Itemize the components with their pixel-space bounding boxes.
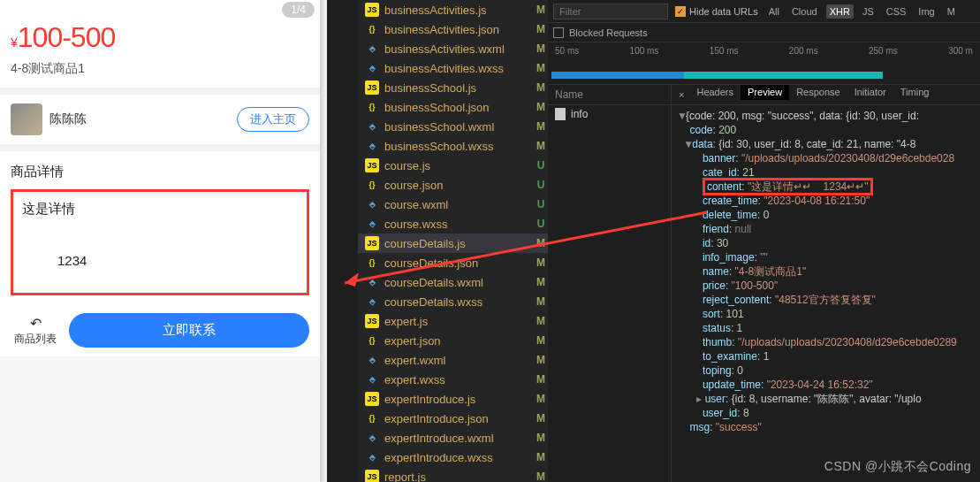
request-name: info <box>571 108 588 120</box>
filter-tab-css[interactable]: CSS <box>883 4 910 19</box>
file-status: M <box>534 354 548 366</box>
file-item[interactable]: ⬘expert.wxmlM <box>358 350 548 370</box>
json-file-icon: {} <box>365 256 379 270</box>
filter-tab-m[interactable]: M <box>944 4 959 19</box>
file-status: M <box>534 4 548 16</box>
file-item[interactable]: ⬘expert.wxssM <box>358 370 548 389</box>
back-to-list-button[interactable]: ↶ 商品列表 <box>11 315 60 347</box>
wxss-file-icon: ⬘ <box>365 139 379 153</box>
file-explorer[interactable]: JSbusinessActivities.jsM{}businessActivi… <box>358 0 548 482</box>
file-status: M <box>534 23 548 35</box>
file-name: businessActivities.wxss <box>384 62 534 75</box>
filter-tab-xhr[interactable]: XHR <box>826 4 854 19</box>
enter-homepage-button[interactable]: 进入主页 <box>237 107 309 132</box>
request-detail-column: × HeadersPreviewResponseInitiatorTiming … <box>672 85 980 482</box>
file-item[interactable]: JSexpert.jsM <box>358 311 548 331</box>
file-status: M <box>534 373 548 386</box>
seller-row: 陈陈陈 进入主页 <box>0 95 320 144</box>
file-name: businessSchool.js <box>384 81 534 95</box>
js-file-icon: JS <box>365 3 379 17</box>
file-item[interactable]: ⬘course.wxssU <box>358 214 548 233</box>
hide-data-urls-checkbox[interactable]: ✓ Hide data URLs <box>675 6 758 17</box>
wxml-file-icon: ⬘ <box>365 42 379 56</box>
devtools-panel: ✓ Hide data URLs AllCloudXHRJSCSSImgM Bl… <box>548 0 980 482</box>
bottom-action-bar: ↶ 商品列表 立即联系 <box>0 306 320 356</box>
detail-content-box: 这是详情 1234 <box>11 189 309 295</box>
file-item[interactable]: JSbusinessActivities.jsM <box>358 0 548 19</box>
network-timeline[interactable]: 50 ms100 ms150 ms200 ms250 ms300 m <box>548 42 980 85</box>
filter-tab-cloud[interactable]: Cloud <box>788 4 821 19</box>
file-item[interactable]: {}expert.jsonM <box>358 331 548 350</box>
file-item[interactable]: ⬘businessActivities.wxmlM <box>358 39 548 58</box>
detail-tab-initiator[interactable]: Initiator <box>847 85 893 100</box>
file-item[interactable]: JScourseDetails.jsM <box>358 233 548 253</box>
detail-tab-timing[interactable]: Timing <box>893 85 937 100</box>
file-name: expert.wxss <box>384 373 534 386</box>
file-item[interactable]: {}expertIntroduce.jsonM <box>358 409 548 428</box>
filter-tab-all[interactable]: All <box>765 4 783 19</box>
hide-data-urls-label: Hide data URLs <box>689 6 758 17</box>
file-name: expertIntroduce.wxss <box>384 451 534 464</box>
file-item[interactable]: ⬘courseDetails.wxmlM <box>358 272 548 292</box>
file-status: U <box>534 159 548 172</box>
contact-button[interactable]: 立即联系 <box>69 313 309 348</box>
file-item[interactable]: JSreport.jsM <box>358 467 548 482</box>
checkbox-empty-icon[interactable] <box>553 27 564 38</box>
filter-tab-img[interactable]: Img <box>915 4 938 19</box>
file-item[interactable]: {}businessSchool.jsonM <box>358 97 548 117</box>
file-name: businessActivities.wxml <box>384 42 534 56</box>
file-item[interactable]: {}courseDetails.jsonM <box>358 253 548 272</box>
request-row[interactable]: info <box>548 105 671 123</box>
file-item[interactable]: ⬘businessSchool.wxssM <box>358 136 548 156</box>
file-item[interactable]: ⬘businessActivities.wxssM <box>358 58 548 78</box>
detail-tab-headers[interactable]: Headers <box>689 85 741 100</box>
timeline-tick: 100 ms <box>630 46 659 56</box>
file-name: expert.js <box>384 315 534 328</box>
file-name: expertIntroduce.js <box>384 393 534 406</box>
file-item[interactable]: ⬘expertIntroduce.wxmlM <box>358 428 548 448</box>
price-value: 100-500 <box>18 21 115 53</box>
file-name: courseDetails.js <box>384 237 534 250</box>
file-item[interactable]: JScourse.jsU <box>358 156 548 175</box>
file-item[interactable]: JSbusinessSchool.jsM <box>358 78 548 97</box>
file-name: businessActivities.js <box>384 4 534 17</box>
json-file-icon: {} <box>365 22 379 36</box>
timeline-tick: 200 ms <box>789 46 818 56</box>
detail-heading: 商品详情 <box>0 151 320 189</box>
detail-tab-response[interactable]: Response <box>789 85 847 100</box>
filter-input[interactable] <box>553 4 668 19</box>
file-name: courseDetails.wxss <box>384 295 534 309</box>
close-icon[interactable]: × <box>675 87 688 103</box>
network-toolbar-row2: Blocked Requests <box>548 23 980 42</box>
file-item[interactable]: JSexpertIntroduce.jsM <box>358 389 548 409</box>
file-name: course.wxml <box>384 198 534 211</box>
file-name: expert.json <box>384 334 534 348</box>
file-name: expert.wxml <box>384 354 534 367</box>
file-status: M <box>534 315 548 327</box>
js-file-icon: JS <box>365 392 379 406</box>
file-status: M <box>534 101 548 113</box>
back-label: 商品列表 <box>14 332 57 347</box>
response-preview[interactable]: ▼{code: 200, msg: "success", data: {id: … <box>672 105 980 482</box>
name-column-header[interactable]: Name <box>548 85 671 105</box>
detail-tabs: × HeadersPreviewResponseInitiatorTiming <box>672 85 980 105</box>
file-item[interactable]: {}businessActivities.jsonM <box>358 19 548 39</box>
file-item[interactable]: {}course.jsonU <box>358 175 548 195</box>
file-status: M <box>534 140 548 152</box>
file-name: businessSchool.wxml <box>384 120 534 134</box>
timeline-tick: 50 ms <box>555 46 579 56</box>
file-item[interactable]: ⬘businessSchool.wxmlM <box>358 117 548 136</box>
file-status: M <box>534 276 548 288</box>
file-item[interactable]: ⬘courseDetails.wxssM <box>358 292 548 311</box>
file-item[interactable]: ⬘expertIntroduce.wxssM <box>358 448 548 467</box>
file-item[interactable]: ⬘course.wxmlU <box>358 195 548 214</box>
back-arrow-icon: ↶ <box>30 315 42 332</box>
mobile-screen: 1/4 ¥100-500 4-8测试商品1 陈陈陈 进入主页 商品详情 这是详情… <box>0 0 320 356</box>
json-file-icon: {} <box>365 178 379 192</box>
watermark: CSDN @小跳不会Coding <box>824 459 971 475</box>
avatar[interactable] <box>11 103 42 135</box>
detail-text-1: 这是详情 <box>22 201 298 218</box>
detail-tab-preview[interactable]: Preview <box>741 85 789 100</box>
filter-tab-js[interactable]: JS <box>859 4 877 19</box>
product-name: 4-8测试商品1 <box>0 61 320 88</box>
